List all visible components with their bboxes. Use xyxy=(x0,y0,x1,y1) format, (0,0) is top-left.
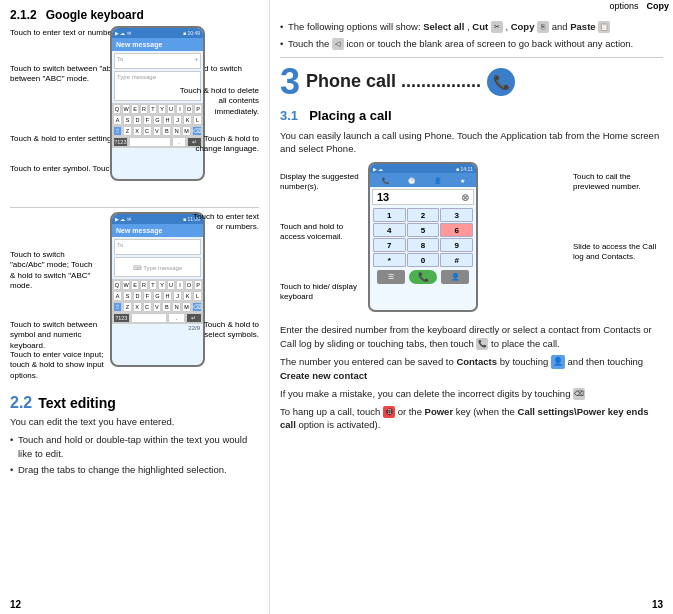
contacts-icon: 👤 xyxy=(551,355,565,369)
ann-display-suggested: Display the suggested number(s). xyxy=(280,172,360,193)
ann-touch-enter2: Touch to enter text or numbers. xyxy=(189,212,259,233)
select-all-label: Select all xyxy=(423,21,464,32)
ann-delete-all: Touch & hold to delete all contents imme… xyxy=(179,86,259,117)
top-options-bar: options Copy xyxy=(605,0,673,12)
section-31-number: 3.1 xyxy=(280,108,298,123)
text-editing-intro: You can edit the text you have entered. xyxy=(10,415,259,429)
phone-dialer-mockup: ▶ ☁ ■ 14:11 📞 🕐 👤 ★ 13 ⊗ 123 456 789 *0# xyxy=(368,162,478,312)
ann-touch-call: Touch to call the previewed number. xyxy=(573,172,663,193)
paste-label: Paste xyxy=(570,21,595,32)
ann-touch-voicemail: Touch and hold to access voicemail. xyxy=(280,222,365,243)
text-editing-bullet1: Touch and hold or double-tap within the … xyxy=(10,433,259,461)
body4: If you make a mistake, you can delete th… xyxy=(280,387,663,401)
cut-label: Cut xyxy=(472,21,488,32)
section-212-number: 2.1.2 xyxy=(10,8,37,22)
copy-label: Copy xyxy=(643,0,674,12)
ann-touch-enter: Touch to enter text or numbers. xyxy=(10,28,121,38)
paste-icon: 📋 xyxy=(598,21,610,33)
text-editing-bullet2: Drag the tabs to change the highlighted … xyxy=(10,463,259,477)
copy-icon: ⎘ xyxy=(537,21,549,33)
placing-call-body: You can easily launch a call using Phone… xyxy=(280,129,663,157)
section-31-title: Placing a call xyxy=(309,108,391,123)
phone-mockup-bottom: ▶ ☁ ✉ ■ 11:09 New message To ⌨ Type mess… xyxy=(110,212,205,367)
ann-touch-hide: Touch to hide/ display keyboard xyxy=(280,282,365,303)
body3: The number you entered can be saved to C… xyxy=(280,355,663,383)
section-22-number: 2.2 xyxy=(10,395,32,411)
section-212-header: 2.1.2 Google keyboard xyxy=(10,8,259,22)
top-bullets-section: The following options will show: Select … xyxy=(280,20,663,51)
ann-touch-switch-symbol: Touch to switch between symbol and numer… xyxy=(10,320,100,351)
bullet-back: Touch the ◁ icon or touch the blank area… xyxy=(280,37,663,51)
ann-touch-settings: Touch & hold to enter settings. xyxy=(10,134,118,144)
copy-text: Copy xyxy=(511,21,535,32)
page-number-right: 13 xyxy=(652,599,663,610)
left-column: 2.1.2 Google keyboard Touch to enter tex… xyxy=(0,0,270,614)
section-22-title: Text editing xyxy=(38,395,116,411)
section-3-number: 3 xyxy=(280,64,300,100)
end-call-icon: 📵 xyxy=(383,406,395,418)
body5: To hang up a call, touch 📵 or the Power … xyxy=(280,405,663,433)
cut-icon: ✂ xyxy=(491,21,503,33)
options-label: options xyxy=(605,0,642,12)
call-button-icon: 📞 xyxy=(476,338,488,350)
body2: Enter the desired number from the keyboa… xyxy=(280,323,663,351)
section-22: 2.2 Text editing You can edit the text y… xyxy=(10,395,259,477)
section-3-title: Phone call ................ xyxy=(306,71,481,92)
ann-touch-voice: Touch to enter voice input; touch & hold… xyxy=(10,350,105,381)
dialer-section: Display the suggested number(s). Touch a… xyxy=(280,162,663,317)
phone-icon: 📞 xyxy=(487,68,515,96)
delete-icon: ⌫ xyxy=(573,388,585,400)
section-3-heading: 3 Phone call ................ 📞 xyxy=(280,64,663,100)
section-212-title: Google keyboard xyxy=(46,8,144,22)
ann-touch-switch2: Touch to switch "abc/Abc" mode; Touch & … xyxy=(10,250,95,292)
right-column: options Copy The following options will … xyxy=(270,0,673,614)
ann-change-lang: Touch & hold to change language. xyxy=(179,134,259,155)
section-31-header: 3.1 Placing a call xyxy=(280,108,663,123)
ann-touch-select-symbols: Touch & hold to select symbols. xyxy=(189,320,259,341)
back-icon: ◁ xyxy=(332,38,344,50)
page-number-left: 12 xyxy=(10,599,21,610)
ann-slide-access: Slide to access the Call log and Contact… xyxy=(573,242,663,263)
bullet-options: The following options will show: Select … xyxy=(280,20,663,34)
